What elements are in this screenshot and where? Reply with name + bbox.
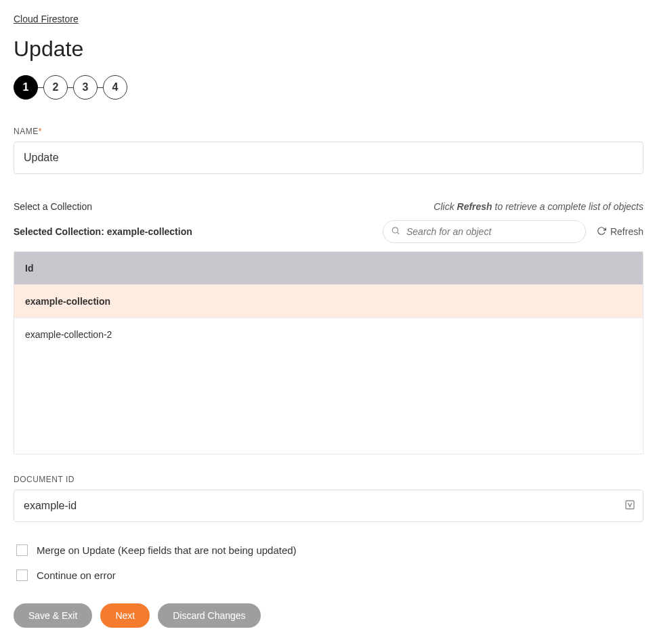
page-title: Update — [14, 37, 643, 62]
name-label-text: NAME — [14, 127, 39, 136]
refresh-icon — [597, 226, 606, 238]
table-header-id: Id — [14, 252, 643, 284]
document-id-label: DOCUMENT ID — [14, 475, 643, 484]
svg-point-0 — [392, 228, 398, 233]
selected-collection: Selected Collection: example-collection — [14, 226, 192, 237]
svg-line-1 — [398, 232, 400, 234]
merge-label: Merge on Update (Keep fields that are no… — [37, 544, 297, 556]
document-id-input[interactable] — [14, 490, 643, 522]
refresh-hint: Click Refresh to retrieve a complete lis… — [433, 201, 643, 212]
refresh-button[interactable]: Refresh — [597, 226, 643, 238]
stepper: 1 2 3 4 — [14, 75, 643, 100]
continue-checkbox-row[interactable]: Continue on error — [14, 567, 643, 583]
search-input[interactable] — [383, 220, 586, 243]
name-input[interactable] — [14, 142, 643, 174]
continue-checkbox[interactable] — [16, 570, 28, 581]
step-2[interactable]: 2 — [43, 75, 68, 100]
hint-suffix: to retrieve a complete list of objects — [492, 201, 643, 212]
step-4[interactable]: 4 — [103, 75, 127, 100]
select-collection-label: Select a Collection — [14, 201, 92, 212]
search-box — [383, 220, 586, 243]
collection-table: Id example-collection example-collection… — [14, 251, 643, 454]
selected-collection-value: example-collection — [107, 226, 192, 237]
table-cell-id: example-collection-2 — [25, 329, 208, 340]
required-star: * — [39, 127, 42, 136]
table-row[interactable]: example-collection-2 — [14, 318, 643, 351]
search-icon — [391, 226, 400, 238]
merge-checkbox-row[interactable]: Merge on Update (Keep fields that are no… — [14, 542, 643, 558]
name-label: NAME* — [14, 127, 643, 136]
hint-bold: Refresh — [457, 201, 492, 212]
breadcrumb-link[interactable]: Cloud Firestore — [14, 14, 79, 24]
svg-rect-2 — [626, 501, 634, 509]
step-connector — [98, 87, 103, 88]
step-connector — [38, 87, 43, 88]
refresh-label: Refresh — [610, 226, 643, 237]
hint-prefix: Click — [433, 201, 457, 212]
variable-icon[interactable] — [624, 500, 635, 513]
continue-label: Continue on error — [37, 570, 116, 581]
step-3[interactable]: 3 — [73, 75, 98, 100]
table-row[interactable]: example-collection — [14, 284, 643, 318]
discard-button[interactable]: Discard Changes — [158, 603, 260, 628]
table-cell-id: example-collection — [25, 296, 208, 307]
step-1[interactable]: 1 — [14, 75, 38, 100]
selected-collection-prefix: Selected Collection: — [14, 226, 107, 237]
merge-checkbox[interactable] — [16, 544, 28, 556]
save-exit-button[interactable]: Save & Exit — [14, 603, 92, 628]
step-connector — [68, 87, 73, 88]
next-button[interactable]: Next — [100, 603, 150, 628]
